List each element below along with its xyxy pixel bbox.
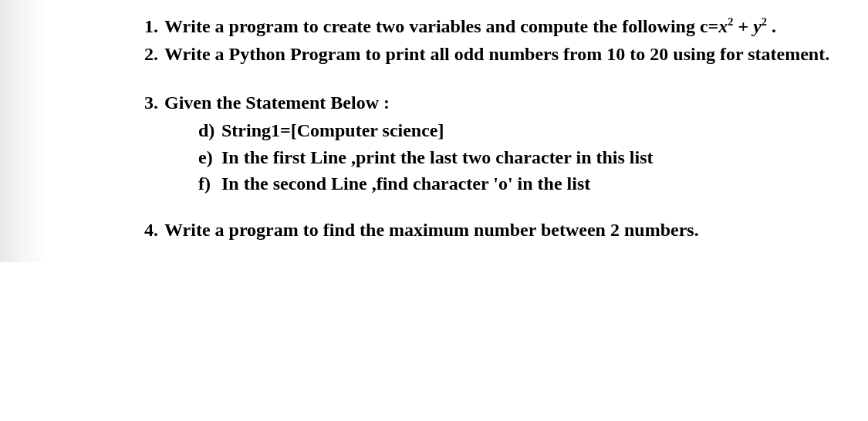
- list-item: 2. Write a Python Program to print all o…: [135, 42, 837, 66]
- item-number: 1.: [135, 14, 158, 39]
- item-text: Given the Statement Below :: [164, 90, 837, 115]
- list-item: 3. Given the Statement Below :: [135, 90, 837, 115]
- list-item: 4. Write a program to find the maximum n…: [135, 217, 837, 242]
- variable-x: x: [718, 16, 728, 36]
- exponent: 2: [762, 15, 767, 28]
- spacer: [135, 70, 837, 90]
- sub-item-text: In the second Line ,find character 'o' i…: [221, 171, 837, 196]
- item-text: Write a program to create two variables …: [164, 14, 837, 39]
- text-fragment: Write a program to create two variables …: [164, 16, 718, 36]
- sub-item-label: f): [198, 171, 221, 196]
- text-fragment: .: [767, 16, 776, 36]
- sub-item-label: d): [198, 118, 221, 143]
- sub-list-item: d) String1=[Computer science]: [198, 118, 837, 143]
- spacer: [135, 197, 837, 217]
- page-shadow: [0, 0, 46, 262]
- variable-y: y: [753, 16, 762, 36]
- item-number: 4.: [135, 217, 158, 242]
- sub-item-text: In the first Line ,print the last two ch…: [221, 145, 837, 170]
- list-item: 1. Write a program to create two variabl…: [135, 14, 837, 39]
- sub-item-text: String1=[Computer science]: [221, 118, 837, 143]
- sub-list-item: e) In the first Line ,print the last two…: [198, 145, 837, 170]
- item-number: 2.: [135, 42, 158, 66]
- document-content: 1. Write a program to create two variabl…: [0, 0, 868, 261]
- item-number: 3.: [135, 90, 158, 115]
- item-text: Write a program to find the maximum numb…: [164, 217, 837, 242]
- sub-item-label: e): [198, 145, 221, 170]
- sub-list-item: f) In the second Line ,find character 'o…: [198, 171, 837, 196]
- text-fragment: +: [733, 16, 753, 36]
- item-text: Write a Python Program to print all odd …: [164, 42, 837, 66]
